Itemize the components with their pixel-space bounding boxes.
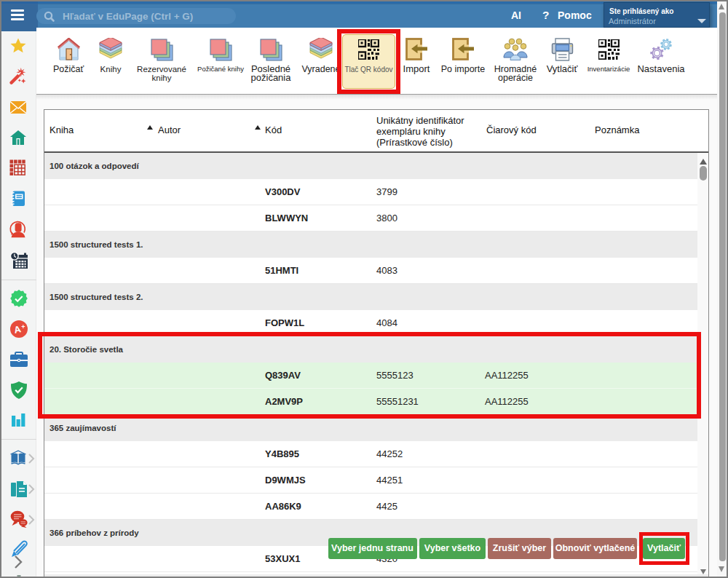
svg-text:+: + (21, 323, 25, 330)
